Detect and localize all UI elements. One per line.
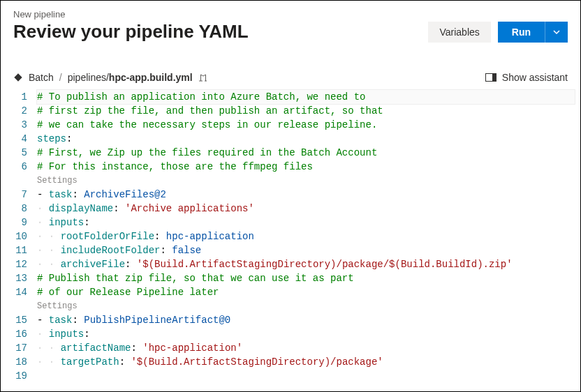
page-title: Review your pipeline YAML: [13, 21, 249, 43]
code-line[interactable]: · inputs:: [37, 327, 575, 341]
code-line[interactable]: # For this instance, those are the ffmpe…: [37, 160, 575, 174]
code-line[interactable]: · · targetPath: '$(Build.ArtifactStaging…: [37, 355, 575, 369]
code-line[interactable]: steps:: [37, 132, 575, 146]
run-dropdown-button[interactable]: [545, 22, 568, 43]
run-button-group: Run: [498, 22, 568, 43]
file-bar: Batch / pipelines/hpc-app.build.yml Show…: [1, 62, 580, 90]
code-line[interactable]: · · includeRootFolder: false: [37, 243, 575, 257]
code-line[interactable]: · displayName: 'Archive applications': [37, 202, 575, 216]
code-line[interactable]: # of our Release Pipeline later: [37, 285, 575, 299]
code-line[interactable]: # To publish an application into Azure B…: [37, 90, 575, 104]
file-path: Batch / pipelines/hpc-app.build.yml: [13, 72, 209, 83]
code-line[interactable]: [37, 369, 575, 383]
svg-rect-0: [14, 73, 22, 81]
chevron-down-icon: [552, 28, 561, 36]
code-line[interactable]: # first zip the file, and then publish a…: [37, 104, 575, 118]
code-line[interactable]: · · artifactName: 'hpc-application': [37, 341, 575, 355]
variables-button[interactable]: Variables: [428, 22, 490, 43]
code-line[interactable]: - task: PublishPipelineArtifact@0: [37, 313, 575, 327]
code-line[interactable]: # Publish that zip file, so that we can …: [37, 271, 575, 285]
code-line[interactable]: · · archiveFile: '$(Build.ArtifactStagin…: [37, 257, 575, 271]
show-assistant-label: Show assistant: [502, 72, 568, 83]
repo-icon: [13, 73, 23, 82]
svg-rect-2: [492, 74, 496, 81]
code-line[interactable]: # we can take the necessary steps in our…: [37, 118, 575, 132]
panel-icon: [485, 73, 497, 82]
code-line[interactable]: # First, we Zip up the files required in…: [37, 146, 575, 160]
breadcrumb: New pipeline: [13, 9, 568, 20]
repo-name[interactable]: Batch: [29, 72, 54, 83]
title-row: Review your pipeline YAML Variables Run: [13, 21, 568, 43]
edit-icon[interactable]: [198, 73, 209, 82]
code-line[interactable]: - task: ArchiveFiles@2: [37, 188, 575, 202]
code-line[interactable]: · inputs:: [37, 216, 575, 229]
file-path-text[interactable]: pipelines/hpc-app.build.yml: [68, 72, 193, 83]
header-actions: Variables Run: [428, 22, 568, 43]
path-separator: /: [59, 72, 62, 83]
yaml-editor[interactable]: 12345678910111213141516171819 # To publi…: [1, 90, 580, 383]
show-assistant-button[interactable]: Show assistant: [485, 72, 568, 83]
settings-link[interactable]: Settings: [37, 174, 575, 188]
page-header: New pipeline Review your pipeline YAML V…: [1, 1, 580, 43]
code-line[interactable]: · · rootFolderOrFile: hpc-application: [37, 229, 575, 243]
line-gutter: 12345678910111213141516171819: [6, 90, 37, 383]
settings-link[interactable]: Settings: [37, 299, 575, 313]
run-button[interactable]: Run: [498, 22, 545, 43]
code-area[interactable]: # To publish an application into Azure B…: [37, 90, 575, 383]
